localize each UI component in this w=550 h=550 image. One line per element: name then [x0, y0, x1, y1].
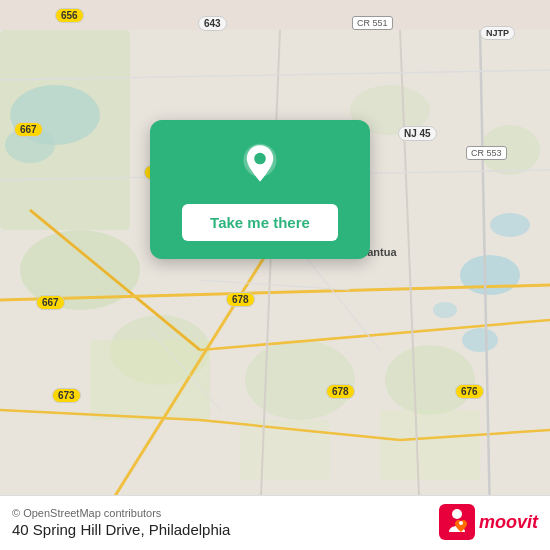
road-badge-643: 643: [198, 16, 227, 31]
svg-point-37: [452, 509, 462, 519]
map-background: [0, 0, 550, 550]
road-badge-667a: 667: [14, 122, 43, 137]
attribution-text: © OpenStreetMap contributors: [12, 507, 230, 519]
road-badge-njtp: NJTP: [480, 26, 515, 40]
svg-point-5: [462, 328, 498, 352]
road-badge-678a: 678: [226, 292, 255, 307]
svg-point-35: [254, 153, 266, 165]
popup-card: Take me there: [150, 120, 370, 259]
road-badge-551: CR 551: [352, 16, 393, 30]
map-container: 656 643 CR 551 NJTP 667 672 NJ 45 CR 553…: [0, 0, 550, 550]
svg-rect-15: [380, 410, 480, 480]
location-pin-icon: [236, 142, 284, 190]
svg-point-38: [459, 521, 463, 525]
road-badge-676: 676: [455, 384, 484, 399]
moovit-brand-text: moovit: [479, 512, 538, 533]
svg-rect-14: [90, 340, 210, 420]
road-badge-678b: 678: [326, 384, 355, 399]
bottom-bar: © OpenStreetMap contributors 40 Spring H…: [0, 495, 550, 550]
bottom-info: © OpenStreetMap contributors 40 Spring H…: [12, 507, 230, 538]
road-badge-nj45: NJ 45: [398, 126, 437, 141]
road-badge-553: CR 553: [466, 146, 507, 160]
moovit-brand-icon: [439, 504, 475, 540]
svg-point-10: [245, 340, 355, 420]
road-badge-656: 656: [55, 8, 84, 23]
address-text: 40 Spring Hill Drive, Philadelphia: [12, 521, 230, 538]
svg-point-11: [385, 345, 475, 415]
svg-point-3: [460, 255, 520, 295]
svg-point-6: [433, 302, 457, 318]
svg-point-4: [490, 213, 530, 237]
road-badge-673: 673: [52, 388, 81, 403]
moovit-logo: moovit: [439, 504, 538, 540]
take-me-there-button[interactable]: Take me there: [182, 204, 338, 241]
road-badge-667b: 667: [36, 295, 65, 310]
